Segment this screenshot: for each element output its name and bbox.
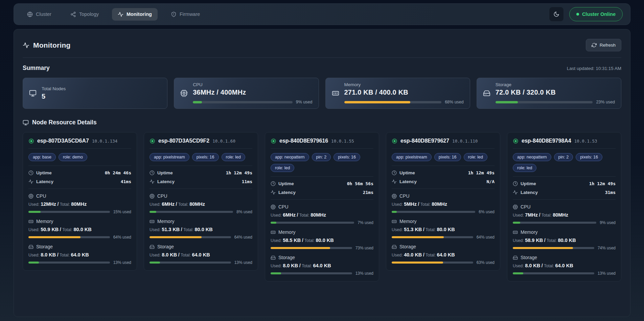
- divider: [513, 199, 616, 200]
- monitoring-panel: Monitoring Refresh Summary Last updated:…: [14, 29, 630, 317]
- memory-metric-label: Memory: [278, 229, 296, 235]
- tab-cluster[interactable]: Cluster: [21, 8, 57, 21]
- tab-topology[interactable]: Topology: [65, 8, 105, 21]
- last-updated-text: Last updated: 10:31:15 AM: [567, 66, 621, 71]
- progress-fill: [271, 222, 276, 224]
- node-online-dot-icon: [150, 138, 155, 144]
- memory-icon: [392, 219, 397, 224]
- storage-percent-label: 13% used: [355, 271, 373, 276]
- node-tags: app: baserole: demo: [28, 153, 131, 161]
- node-online-dot-icon: [28, 138, 34, 144]
- tab-monitoring[interactable]: Monitoring: [112, 8, 158, 21]
- storage-percent-label: 13% used: [598, 271, 616, 276]
- cpu-icon: [150, 194, 155, 199]
- latency-label: Latency: [36, 179, 53, 184]
- storage-percent-label: 13% used: [113, 260, 131, 265]
- progress-track: [28, 262, 110, 264]
- theme-toggle-button[interactable]: [549, 7, 564, 22]
- progress-fill: [344, 101, 411, 103]
- refresh-button[interactable]: Refresh: [586, 39, 621, 51]
- latency-value: 41ms: [121, 179, 131, 184]
- divider: [392, 148, 495, 149]
- cpu-icon: [28, 194, 33, 199]
- activity-icon: [23, 42, 29, 49]
- clock-icon: [271, 181, 276, 186]
- memory-icon: [28, 219, 33, 224]
- latency-label: Latency: [278, 190, 296, 195]
- divider: [23, 57, 621, 58]
- storage-icon: [392, 244, 397, 249]
- divider: [28, 166, 131, 166]
- node-name: esp-807D3A5CD9F2: [158, 138, 209, 144]
- activity-icon: [392, 179, 397, 184]
- progress-track: [392, 236, 473, 238]
- cpu-metric-label: CPU: [278, 204, 289, 209]
- activity-icon: [150, 179, 155, 184]
- progress-fill: [150, 236, 202, 238]
- node-tag: app: neopattern: [513, 153, 551, 161]
- activity-icon: [271, 190, 276, 195]
- node-online-dot-icon: [271, 138, 276, 144]
- summary-card: CPU 36MHz / 400MHz 9% used: [174, 78, 319, 109]
- clock-icon: [150, 170, 155, 175]
- divider: [271, 199, 373, 200]
- node-tags: app: neopatternpin: 2pixels: 16role: led: [513, 153, 616, 172]
- activity-icon: [28, 179, 33, 184]
- memory-percent-label: 64% used: [113, 235, 131, 240]
- memory-usage-text: Used: 50.9 KB / Total: 80.0 KB: [28, 227, 131, 232]
- memory-icon: [271, 230, 276, 235]
- storage-usage-text: Used: 8.0 KB / Total: 64.0 KB: [28, 252, 131, 257]
- cluster-status-label: Cluster Online: [582, 11, 616, 17]
- cpu-metric-label: CPU: [157, 193, 167, 199]
- summary-heading: Summary: [23, 65, 50, 72]
- summary-card-value: 72.0 KB / 320.0 KB: [496, 89, 615, 96]
- storage-metric-label: Storage: [399, 244, 416, 249]
- memory-metric-label: Memory: [521, 229, 538, 235]
- progress-track: [150, 211, 233, 213]
- node-tags: app: pixelstreampixels: 16role: led: [150, 153, 252, 161]
- cpu-usage-text: Used: 12MHz / Total: 80MHz: [28, 201, 131, 207]
- memory-usage-text: Used: 51.3 KB / Total: 80.0 KB: [150, 227, 252, 232]
- tab-firmware[interactable]: Firmware: [165, 8, 206, 21]
- uptime-label: Uptime: [157, 170, 173, 175]
- node-card: esp-840D8E979627 10.0.1.110 app: pixelst…: [386, 132, 500, 271]
- node-tag: pin: 2: [312, 153, 331, 161]
- uptime-value: 1h 12m 49s: [589, 181, 616, 186]
- summary-card-label: Total Nodes: [42, 86, 161, 91]
- storage-icon: [513, 255, 518, 260]
- node-cards: esp-807D3A5CD6A7 10.0.1.134 app: baserol…: [23, 132, 621, 281]
- node-tag: app: neopattern: [271, 153, 309, 161]
- node-tags: app: pixelstreampixels: 16role: led: [392, 153, 495, 161]
- progress-fill: [496, 101, 518, 103]
- storage-percent-label: 63% used: [477, 260, 495, 265]
- progress-fill: [150, 211, 156, 213]
- memory-usage-text: Used: 58.9 KB / Total: 80.0 KB: [513, 238, 616, 243]
- progress-fill: [28, 211, 41, 213]
- uptime-value: 1h 12m 49s: [226, 170, 252, 175]
- storage-percent-label: 13% used: [234, 260, 252, 265]
- storage-icon: [28, 244, 33, 249]
- clock-icon: [513, 181, 518, 186]
- cpu-percent-label: 15% used: [113, 209, 131, 214]
- memory-icon: [150, 219, 155, 224]
- progress-track: [496, 101, 593, 103]
- node-ip: 10.0.1.134: [92, 139, 117, 144]
- storage-usage-text: Used: 8.0 KB / Total: 64.0 KB: [271, 263, 373, 268]
- progress-track: [513, 222, 596, 224]
- progress-fill: [392, 236, 444, 238]
- node-tag: role: led: [513, 164, 536, 172]
- node-tags: app: neopatternpin: 2pixels: 16role: led: [271, 153, 373, 172]
- refresh-label: Refresh: [600, 43, 616, 48]
- node-ip: 10.0.1.53: [574, 139, 597, 144]
- divider: [271, 176, 373, 177]
- cpu-usage-text: Used: 5MHz / Total: 80MHz: [392, 201, 495, 207]
- cpu-icon: [513, 204, 518, 209]
- progress-percent-label: 23% used: [596, 100, 615, 104]
- node-tag: pixels: 16: [434, 153, 461, 161]
- memory-metric-label: Memory: [36, 219, 53, 224]
- progress-track: [150, 262, 231, 264]
- summary-card: Storage 72.0 KB / 320.0 KB 23% used: [477, 78, 621, 109]
- cpu-percent-label: 6% used: [479, 209, 495, 214]
- uptime-label: Uptime: [399, 170, 415, 175]
- node-tag: role: led: [271, 164, 294, 172]
